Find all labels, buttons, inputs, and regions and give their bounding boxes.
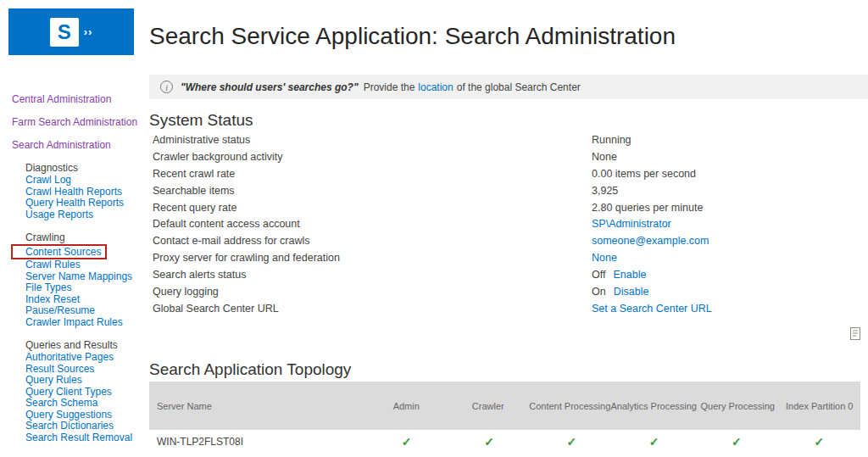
sidebar-item-pause-resume[interactable]: Pause/Resume	[25, 305, 149, 317]
sharepoint-logo[interactable]: S ››	[8, 8, 134, 55]
location-link[interactable]: location	[418, 81, 453, 93]
status-label: Global Search Center URL	[153, 301, 592, 318]
topology-table-header: Server Name Admin Crawler Content Proces…	[149, 382, 860, 430]
notice-question: "Where should users' searches go?"	[181, 81, 359, 93]
default-content-access-account-link[interactable]: SP\Administrator	[592, 218, 671, 230]
status-row-recent-query-rate: Recent query rate2.80 queries per minute	[153, 200, 865, 217]
sharepoint-logo-tile: S	[50, 18, 79, 47]
check-icon: ✓	[695, 435, 777, 449]
system-status-heading: System Status	[149, 111, 253, 130]
status-value: Off	[592, 269, 605, 281]
sharepoint-s-icon: S	[58, 22, 71, 42]
sidebar-item-content-sources[interactable]: Content Sources	[11, 244, 107, 259]
status-label: Search alerts status	[153, 267, 592, 284]
column-header-index-partition: Index Partition 0	[779, 400, 861, 412]
status-value: 0.00 items per second	[592, 168, 696, 180]
sidebar-item-usage-reports[interactable]: Usage Reports	[25, 209, 149, 221]
status-row-search-alerts-status: Search alerts statusOffEnable	[153, 267, 865, 284]
sidebar-item-query-suggestions[interactable]: Query Suggestions	[25, 410, 149, 421]
column-header-crawler: Crawler	[448, 401, 530, 411]
status-label: Administrative status	[153, 132, 592, 149]
sidebar-item-search-dictionaries[interactable]: Search Dictionaries	[25, 421, 149, 432]
set-search-center-url-link[interactable]: Set a Search Center URL	[592, 303, 712, 315]
sidebar-item-result-sources[interactable]: Result Sources	[25, 364, 149, 376]
sidebar-item-server-name-mappings[interactable]: Server Name Mappings	[25, 271, 149, 283]
status-label: Searchable items	[153, 183, 592, 200]
page-title: Search Service Application: Search Admin…	[149, 23, 676, 50]
sidebar-section-label-queries-and-results: Queries and Results	[25, 339, 149, 351]
sidebar-section-queries-and-results: Queries and Results Authoritative Pages …	[12, 339, 149, 443]
column-header-admin: Admin	[365, 401, 448, 411]
info-icon: i	[160, 81, 173, 93]
column-header-server-name: Server Name	[149, 401, 365, 411]
sidebar-item-crawl-health-reports[interactable]: Crawl Health Reports	[25, 187, 149, 198]
sidebar-item-crawl-log[interactable]: Crawl Log	[25, 175, 149, 187]
topology-heading: Search Application Topology	[149, 360, 351, 379]
sidebar-item-query-health-reports[interactable]: Query Health Reports	[25, 198, 149, 209]
status-value: 3,925	[592, 185, 618, 197]
sidebar-item-file-types[interactable]: File Types	[25, 282, 149, 294]
sidebar-item-search-result-removal[interactable]: Search Result Removal	[25, 432, 149, 444]
status-row-recent-crawl-rate: Recent crawl rate0.00 items per second	[153, 166, 865, 183]
contact-email-link[interactable]: someone@example.com	[592, 235, 709, 247]
check-icon: ✓	[531, 435, 613, 449]
check-icon: ✓	[365, 435, 448, 449]
sidebar-item-index-reset[interactable]: Index Reset	[25, 294, 149, 306]
sidebar: Central Administration Farm Search Admin…	[12, 93, 149, 443]
status-label: Default content access account	[153, 216, 592, 233]
sidebar-item-authoritative-pages[interactable]: Authoritative Pages	[25, 352, 149, 364]
status-value: On	[592, 286, 606, 298]
sidebar-item-crawler-impact-rules[interactable]: Crawler Impact Rules	[25, 317, 149, 329]
column-header-content-processing: Content Processing	[529, 401, 611, 411]
check-icon: ✓	[613, 435, 695, 449]
sidebar-section-label-diagnostics: Diagnostics	[25, 162, 149, 174]
sidebar-item-crawl-rules[interactable]: Crawl Rules	[25, 259, 149, 271]
sidebar-link-search-administration[interactable]: Search Administration	[12, 139, 149, 151]
check-icon: ✓	[778, 435, 860, 449]
status-row-proxy-server: Proxy server for crawling and federation…	[153, 250, 865, 267]
status-row-crawler-background-activity: Crawler background activityNone	[153, 149, 865, 166]
sidebar-section-label-crawling: Crawling	[25, 231, 149, 243]
column-header-query-processing: Query Processing	[697, 401, 779, 411]
sidebar-item-search-schema[interactable]: Search Schema	[25, 398, 149, 410]
server-name-cell: WIN-TLP2FLST08I	[149, 436, 365, 448]
proxy-server-link[interactable]: None	[592, 252, 617, 264]
page-edit-icon[interactable]	[849, 326, 862, 341]
status-row-query-logging: Query loggingOnDisable	[153, 284, 865, 301]
sidebar-link-central-administration[interactable]: Central Administration	[12, 93, 149, 105]
check-icon: ✓	[448, 435, 530, 449]
status-value: None	[592, 151, 617, 163]
status-row-default-content-access-account: Default content access accountSP\Adminis…	[153, 216, 865, 233]
sidebar-section-diagnostics: Diagnostics Crawl Log Crawl Health Repor…	[12, 162, 149, 220]
notice-text-post: of the global Search Center	[457, 81, 581, 93]
status-label: Contact e-mail address for crawls	[153, 233, 592, 250]
disable-query-logging-link[interactable]: Disable	[614, 286, 649, 298]
status-row-administrative-status: Administrative statusRunning	[153, 132, 865, 149]
status-value: Running	[592, 134, 632, 146]
notice-bar: i "Where should users' searches go?" Pro…	[149, 75, 868, 99]
column-header-analytics-processing: Analytics Processing	[611, 401, 698, 411]
sidebar-item-query-client-types[interactable]: Query Client Types	[25, 387, 149, 398]
sidebar-section-crawling: Crawling Content Sources Crawl Rules Ser…	[12, 231, 149, 328]
status-row-searchable-items: Searchable items3,925	[153, 183, 865, 200]
topology-table: Server Name Admin Crawler Content Proces…	[149, 382, 860, 453]
system-status-list: Administrative statusRunning Crawler bac…	[153, 132, 865, 318]
status-label: Query logging	[153, 284, 592, 301]
enable-alerts-link[interactable]: Enable	[613, 269, 646, 281]
status-row-contact-email: Contact e-mail address for crawlssomeone…	[153, 233, 865, 250]
notice-text-pre: Provide the	[364, 81, 415, 93]
sidebar-item-query-rules[interactable]: Query Rules	[25, 375, 149, 387]
status-label: Recent crawl rate	[153, 166, 592, 183]
status-value: 2.80 queries per minute	[592, 202, 703, 214]
sharepoint-arrows-icon: ››	[84, 25, 93, 38]
status-label: Crawler background activity	[153, 149, 592, 166]
status-label: Recent query rate	[153, 200, 592, 217]
status-label: Proxy server for crawling and federation	[153, 250, 592, 267]
sidebar-link-farm-search-administration[interactable]: Farm Search Administration	[12, 116, 149, 128]
table-row: WIN-TLP2FLST08I ✓ ✓ ✓ ✓ ✓ ✓	[149, 430, 860, 453]
status-row-global-search-center-url: Global Search Center URLSet a Search Cen…	[153, 301, 865, 318]
